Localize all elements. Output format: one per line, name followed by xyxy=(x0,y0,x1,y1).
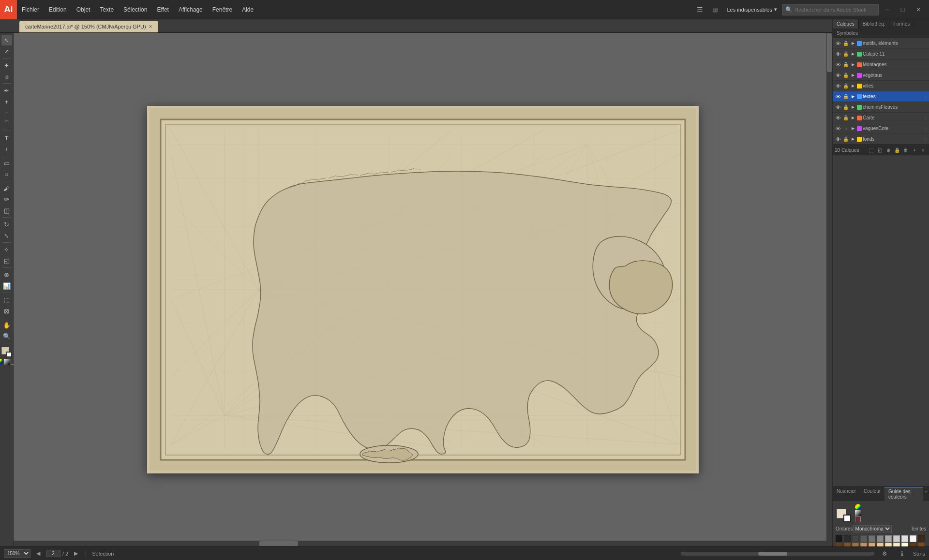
selection-tool[interactable]: ↖ xyxy=(1,35,12,45)
delete-layer-btn[interactable]: 🗑 xyxy=(902,147,910,154)
layer-row-villes[interactable]: 👁 🔒 ▶ villes xyxy=(833,81,929,91)
tab-formes[interactable]: Formes xyxy=(889,19,914,29)
tab-calques[interactable]: Calques xyxy=(833,19,859,29)
slice-tool[interactable]: ⊠ xyxy=(1,306,12,316)
maximize-button[interactable]: □ xyxy=(896,3,910,16)
make-selection-btn[interactable]: ◱ xyxy=(876,147,884,154)
swatch-10[interactable] xyxy=(910,535,916,542)
layer-visibility-textes[interactable]: 👁 xyxy=(835,94,841,100)
type-tool[interactable]: T xyxy=(1,133,12,143)
status-settings-btn[interactable]: ⚙ xyxy=(878,547,892,560)
layers-icon[interactable]: ☰ xyxy=(693,3,706,16)
direct-select-tool[interactable]: ↗ xyxy=(1,46,12,57)
layer-visibility-vegetaux[interactable]: 👁 xyxy=(835,73,841,78)
menu-aide[interactable]: Aide xyxy=(237,0,258,19)
column-graph-tool[interactable]: 📊 xyxy=(1,280,12,291)
layer-expand-motifs[interactable]: ▶ xyxy=(850,41,856,45)
layer-row-fonds[interactable]: 👁 🔒 ▶ fonds ○ xyxy=(833,134,929,145)
layer-expand-carte[interactable]: ▶ xyxy=(850,116,856,120)
menu-objet[interactable]: Objet xyxy=(72,0,95,19)
tab-couleur[interactable]: Couleur xyxy=(860,487,884,501)
layer-expand-montagnes[interactable]: ▶ xyxy=(850,62,856,67)
collect-layers-btn[interactable]: ⊕ xyxy=(884,147,892,154)
menu-selection[interactable]: Sélection xyxy=(119,0,152,19)
layer-row-chemins[interactable]: 👁 🔒 ▶ cheminsFleuves xyxy=(833,102,929,113)
search-box[interactable]: 🔍 xyxy=(782,4,879,15)
swatch-11[interactable] xyxy=(918,535,925,542)
layer-lock-vaguescote[interactable]: ○ xyxy=(842,126,849,131)
layer-lock-vegetaux[interactable]: 🔒 xyxy=(842,73,849,78)
hand-tool[interactable]: ✋ xyxy=(1,320,12,330)
convert-anchor-tool[interactable]: ⌒ xyxy=(1,118,12,129)
scale-tool[interactable]: ⤡ xyxy=(1,230,12,241)
layer-visibility-motifs[interactable]: 👁 xyxy=(835,41,841,46)
harmony-dropdown[interactable]: Complémentaire Analogue Monochromatique xyxy=(853,525,892,532)
layer-row-vegetaux[interactable]: 👁 🔒 ▶ végétaux xyxy=(833,70,929,81)
new-layer-from-selection-btn[interactable]: ⬚ xyxy=(867,147,875,154)
layer-row-motifs[interactable]: 👁 🔒 ▶ motifs, éléments xyxy=(833,38,929,49)
add-anchor-tool[interactable]: + xyxy=(1,96,12,107)
layer-visibility-carte[interactable]: 👁 xyxy=(835,115,841,121)
layer-expand-vaguescote[interactable]: ▶ xyxy=(850,126,856,131)
nav-prev-btn[interactable]: ◀ xyxy=(34,550,42,558)
search-input[interactable] xyxy=(794,7,875,13)
layer-lock-montagnes[interactable]: 🔒 xyxy=(842,62,849,67)
pencil-tool[interactable]: ✏ xyxy=(1,194,12,205)
layer-visibility-montagnes[interactable]: 👁 xyxy=(835,62,841,68)
vertical-scrollbar[interactable] xyxy=(826,33,832,546)
layer-lock-chemins[interactable]: 🔒 xyxy=(842,104,849,110)
arrange-icon[interactable]: ⊞ xyxy=(708,3,722,16)
status-scrollbar-thumb[interactable] xyxy=(758,552,787,556)
swatch-3[interactable] xyxy=(852,535,859,542)
delete-anchor-tool[interactable]: − xyxy=(1,107,12,118)
tab-nuancier[interactable]: Nuancier xyxy=(833,487,860,501)
eraser-tool[interactable]: ◫ xyxy=(1,205,12,216)
layer-lock-motifs[interactable]: 🔒 xyxy=(842,41,849,46)
magic-wand-tool[interactable]: ✦ xyxy=(1,60,12,71)
layer-visibility-calque11[interactable]: 👁 xyxy=(835,51,841,57)
apply-color-btn[interactable] xyxy=(855,504,861,510)
zoom-tool[interactable]: 🔍 xyxy=(1,331,12,341)
tab-guide-couleurs[interactable]: Guide des couleurs xyxy=(884,487,923,501)
layer-expand-chemins[interactable]: ▶ xyxy=(850,105,856,109)
document-tab[interactable]: carteMarine2017.ai* @ 150% (CMJN/Aperçu … xyxy=(19,21,158,32)
horizontal-scrollbar[interactable] xyxy=(14,541,832,546)
page-number-input[interactable] xyxy=(46,550,60,557)
layer-expand-vegetaux[interactable]: ▶ xyxy=(850,73,856,77)
layer-expand-fonds[interactable]: ▶ xyxy=(850,137,856,141)
swatch-7[interactable] xyxy=(885,535,892,542)
layer-lock-fonds[interactable]: 🔒 xyxy=(842,136,849,142)
layer-row-textes[interactable]: 👁 🔒 ▶ textes ○ xyxy=(833,91,929,102)
close-button[interactable]: × xyxy=(912,3,925,16)
layer-visibility-fonds[interactable]: 👁 xyxy=(835,136,841,142)
layer-lock-calque11[interactable]: 🔒 xyxy=(842,51,849,57)
stroke-indicator[interactable] xyxy=(843,515,851,522)
swatch-8[interactable] xyxy=(893,535,900,542)
color-harmony-selector[interactable]: Complémentaire Analogue Monochromatique xyxy=(853,525,911,532)
new-layer-btn[interactable]: + xyxy=(911,147,918,154)
color-panel-menu[interactable]: ≡ xyxy=(923,487,929,497)
tab-bibliotheque[interactable]: Bibliothèq. xyxy=(859,19,890,29)
layer-visibility-vaguescote[interactable]: 👁 xyxy=(835,126,841,132)
zoom-dropdown[interactable]: 150% 100% 75% 200% xyxy=(4,549,30,558)
menu-fenetre[interactable]: Fenêtre xyxy=(208,0,237,19)
layer-visibility-chemins[interactable]: 👁 xyxy=(835,104,841,110)
layer-lock-carte[interactable]: 🔒 xyxy=(842,115,849,120)
layer-lock-textes[interactable]: 🔒 xyxy=(842,94,849,99)
layer-row-calque11[interactable]: 👁 🔒 ▶ Calque 11 xyxy=(833,49,929,59)
swatch-5[interactable] xyxy=(869,535,875,542)
horizontal-scrollbar-thumb[interactable] xyxy=(259,541,298,546)
tab-symboles[interactable]: Symboles xyxy=(833,29,862,38)
layer-expand-villes[interactable]: ▶ xyxy=(850,84,856,88)
swatch-2[interactable] xyxy=(844,535,851,542)
minimize-button[interactable]: − xyxy=(881,3,894,16)
menu-texte[interactable]: Texte xyxy=(95,0,119,19)
status-scrollbar[interactable] xyxy=(681,552,874,556)
pen-tool[interactable]: ✒ xyxy=(1,85,12,96)
swatch-4[interactable] xyxy=(860,535,867,542)
swatch-1[interactable] xyxy=(836,535,842,542)
layer-lock-villes[interactable]: 🔒 xyxy=(842,83,849,88)
menu-fichier[interactable]: Fichier xyxy=(17,0,44,19)
gradient-tool[interactable]: ◱ xyxy=(1,255,12,266)
layer-expand-textes[interactable]: ▶ xyxy=(850,94,856,99)
